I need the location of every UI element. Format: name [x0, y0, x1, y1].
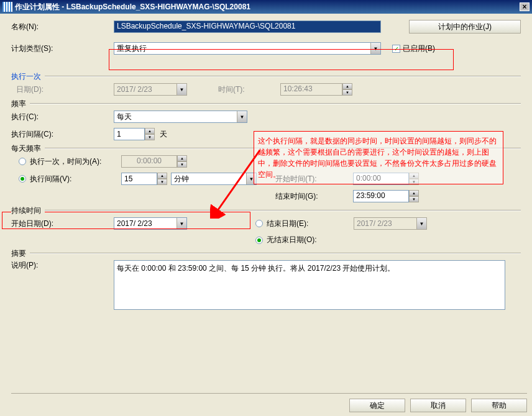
daily-once-label: 执行一次，时间为(A):	[30, 156, 121, 167]
daily-end-spinner[interactable]: ▲▼	[409, 190, 419, 202]
dialog-content: 名称(N): LSBackupSchedule_SXS-HIGHWAYMAG-\…	[0, 14, 532, 416]
name-label: 名称(N):	[11, 22, 114, 32]
freq-exec-label: 执行(C):	[11, 112, 114, 122]
annotation-text: 这个执行间隔，就是数据的同步时间，时间设置的间隔越短，则同步不的越频繁，这个需要…	[254, 131, 503, 184]
once-date-label: 日期(D):	[11, 84, 114, 95]
daily-once-radio[interactable]	[19, 158, 26, 165]
freq-group-label: 频率	[11, 99, 30, 109]
once-date-picker: 2017/ 2/23	[114, 83, 187, 96]
daily-group-label: 每天频率	[11, 143, 45, 154]
spin-down-icon[interactable]: ▼	[145, 134, 155, 140]
summary-group-label: 摘要	[11, 248, 30, 259]
ok-button[interactable]: 确定	[349, 399, 405, 412]
window-title: 作业计划属性 - LSBackupSchedule_SXS-HIGHWAYMAG…	[15, 2, 520, 12]
daily-once-time: 0:00:00	[121, 155, 177, 168]
schedule-type-label: 计划类型(S):	[11, 43, 114, 54]
name-input[interactable]: LSBackupSchedule_SXS-HIGHWAYMAG-\SQL2008…	[114, 20, 381, 33]
duration-end-value: 2017/ 2/23	[357, 219, 392, 228]
chevron-down-icon[interactable]	[237, 111, 247, 122]
daily-interval-label: 执行间隔(V):	[30, 174, 121, 184]
daily-interval-input[interactable]	[121, 173, 157, 185]
annotation-highlight-box	[109, 49, 454, 70]
once-time-label: 时间(T):	[218, 84, 280, 95]
daily-interval-unit: 分钟	[174, 174, 189, 184]
close-icon[interactable]: ×	[520, 2, 530, 11]
daily-end-input[interactable]: 23:59:00	[353, 190, 409, 202]
chevron-down-icon	[416, 218, 426, 229]
once-group-label: 执行一次	[11, 71, 45, 82]
daily-once-spinner: ▲▼	[177, 155, 187, 168]
summary-desc-label: 说明(P):	[11, 260, 114, 271]
freq-interval-label: 执行间隔(C):	[11, 129, 114, 140]
freq-exec-select[interactable]: 每天	[114, 111, 247, 123]
freq-interval-input[interactable]	[114, 128, 145, 140]
daily-interval-spinner[interactable]: ▲▼	[121, 173, 167, 185]
once-time-spinner: ▲▼	[342, 83, 352, 96]
summary-textarea[interactable]: 每天在 0:00:00 和 23:59:00 之间、每 15 分钟 执行。将从 …	[114, 260, 505, 310]
annotation-arrow	[210, 147, 263, 219]
cancel-button[interactable]: 取消	[410, 399, 466, 412]
freq-interval-spinner[interactable]: ▲▼	[114, 128, 155, 140]
daily-interval-radio[interactable]	[19, 175, 26, 183]
freq-exec-value: 每天	[117, 112, 132, 122]
duration-end-picker: 2017/ 2/23	[354, 217, 427, 230]
app-icon	[2, 2, 12, 12]
spin-up-icon[interactable]: ▲	[157, 173, 167, 179]
end-date-label: 结束日期(E):	[267, 219, 354, 229]
schedule-jobs-button[interactable]: 计划中的作业(J)	[409, 20, 521, 34]
dialog-button-bar: 确定 取消 帮助	[11, 393, 527, 412]
no-end-date-radio[interactable]	[255, 237, 263, 244]
no-end-date-label: 无结束日期(O):	[267, 235, 317, 245]
spin-down-icon[interactable]: ▼	[157, 179, 167, 185]
freq-interval-unit: 天	[160, 129, 167, 140]
svg-line-1	[216, 150, 260, 212]
once-date-value: 2017/ 2/23	[117, 85, 152, 94]
once-time-input: 10:26:43	[280, 83, 342, 96]
end-date-radio[interactable]	[255, 220, 263, 227]
duration-group-label: 持续时间	[11, 206, 45, 216]
window-titlebar: 作业计划属性 - LSBackupSchedule_SXS-HIGHWAYMAG…	[0, 0, 532, 14]
chevron-down-icon	[177, 84, 186, 95]
spin-up-icon[interactable]: ▲	[145, 128, 155, 134]
help-button[interactable]: 帮助	[471, 399, 527, 412]
daily-end-label: 结束时间(G):	[275, 191, 353, 202]
